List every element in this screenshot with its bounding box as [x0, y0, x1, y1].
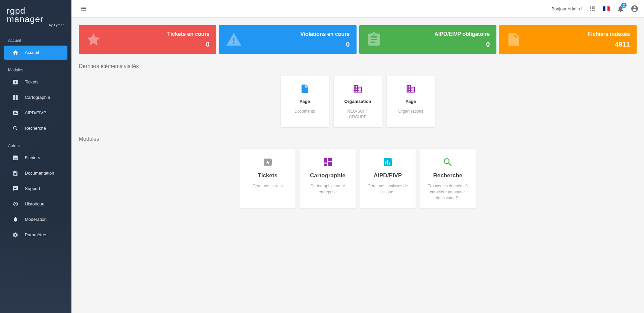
topbar-right: Bonjour Admin ! 2 [551, 5, 639, 13]
sidebar-item-label: Cartographie [25, 95, 50, 100]
file-icon [506, 32, 522, 48]
sidebar-item-label: AIPD/EIVP [25, 110, 46, 115]
content: Tickets en cours 0 Violations en cours 0… [71, 18, 644, 216]
sidebar-item-fichiers[interactable]: Fichiers [4, 151, 67, 165]
stat-value: 0 [387, 41, 490, 48]
sidebar-item-label: Documentation [25, 171, 54, 176]
stat-label: Violations en cours [247, 31, 350, 37]
module-title: AIPD/EIVP [366, 172, 410, 179]
module-sub: Gérer vos analyses de risque [366, 183, 410, 195]
sidebar-item-aipd[interactable]: AIPD/EIVP [4, 106, 67, 120]
module-sub: Gérer vos tickets [246, 183, 289, 189]
stat-label: Fichiers indexés [527, 31, 630, 37]
sidebar-item-historique[interactable]: Historique [4, 197, 67, 211]
card-sub: Documents [286, 109, 324, 114]
sidebar: rgpd manager by Lymeo Accueil Accueil Mo… [0, 0, 71, 313]
module-title: Recherche [426, 172, 470, 179]
module-card-aipd[interactable]: AIPD/EIVP Gérer vos analyses de risque [360, 149, 416, 208]
topbar: Bonjour Admin ! 2 [71, 0, 644, 18]
nav-section-accueil: Accueil Accueil [0, 34, 71, 63]
stat-value: 0 [107, 41, 210, 48]
clipboard-icon [366, 32, 382, 48]
recent-item-page-organisations[interactable]: Page Organisations [387, 76, 435, 127]
menu-toggle[interactable] [77, 2, 90, 15]
card-title: Organisation [339, 99, 377, 104]
logo-text: rgpd manager by Lymeo [7, 7, 65, 27]
building-icon [406, 83, 416, 94]
stat-card-violations[interactable]: Violations en cours 0 [219, 25, 357, 54]
language-button[interactable] [602, 5, 610, 13]
hamburger-icon [80, 5, 87, 12]
chart-icon [382, 156, 394, 168]
search-icon [442, 156, 454, 168]
stat-card-aipd[interactable]: AIPD/EIVP obligatoire 0 [359, 25, 497, 54]
module-sub: Trouver les données à caractère personne… [426, 183, 470, 201]
stat-label: Tickets en cours [107, 31, 210, 37]
sidebar-item-support[interactable]: Support [4, 182, 67, 196]
sidebar-item-parametres[interactable]: Paramètres [4, 228, 67, 242]
sidebar-item-label: Accueil [25, 50, 39, 55]
warning-icon [226, 32, 242, 48]
module-title: Cartographie [306, 172, 350, 179]
stat-value: 4911 [527, 41, 630, 48]
notifications-button[interactable]: 2 [616, 5, 625, 13]
logo-sub: by Lymeo [7, 24, 65, 27]
image-icon [12, 154, 19, 161]
recent-section-title: Derniers éléments visités [79, 63, 637, 69]
nav-header-accueil: Accueil [0, 36, 71, 46]
sidebar-item-documentation[interactable]: Documentation [4, 166, 67, 180]
nav-section-modules: Modules Tickets Cartographie AIPD/EIVP R… [0, 63, 71, 139]
card-sub: Organisations [392, 109, 430, 114]
stat-text: AIPD/EIVP obligatoire 0 [387, 31, 490, 48]
ticket-plus-icon [12, 79, 19, 85]
module-card-cartographie[interactable]: Cartographie Cartographier votre entrepr… [300, 149, 356, 208]
recent-row: Page Documents Organisation NEO-SOFT GRO… [79, 76, 637, 127]
module-card-recherche[interactable]: Recherche Trouver les données à caractèr… [420, 149, 476, 208]
app-root: rgpd manager by Lymeo Accueil Accueil Mo… [0, 0, 644, 313]
sidebar-item-label: Tickets [25, 79, 39, 84]
message-icon [12, 185, 19, 192]
logo: rgpd manager by Lymeo [0, 3, 71, 34]
card-title: Page [286, 99, 324, 104]
sidebar-item-moderation[interactable]: Modération [4, 212, 67, 227]
modules-row: Tickets Gérer vos tickets Cartographie C… [79, 149, 637, 208]
stat-card-fichiers[interactable]: Fichiers indexés 4911 [499, 25, 637, 54]
stat-value: 0 [247, 41, 350, 48]
chart-icon [12, 110, 19, 116]
modules-section-title: Modules [79, 136, 637, 142]
dashboard-icon [322, 156, 334, 168]
home-icon [12, 49, 19, 56]
logo-line2: manager [7, 15, 65, 23]
bell-icon [12, 216, 19, 223]
module-sub: Cartographier votre entreprise [306, 183, 350, 195]
main-area: Bonjour Admin ! 2 [71, 0, 644, 313]
stat-text: Tickets en cours 0 [107, 31, 210, 48]
sidebar-item-recherche[interactable]: Recherche [4, 121, 67, 135]
ticket-star-icon [86, 32, 102, 48]
apps-button[interactable] [588, 5, 596, 13]
dashboard-icon [12, 94, 19, 101]
apps-icon [589, 5, 596, 12]
greeting: Bonjour Admin ! [551, 6, 582, 11]
sidebar-item-accueil[interactable]: Accueil [4, 46, 67, 60]
sidebar-item-cartographie[interactable]: Cartographie [4, 90, 67, 105]
notification-badge: 2 [621, 3, 627, 8]
card-title: Page [392, 99, 430, 104]
account-button[interactable] [631, 5, 639, 13]
stat-row: Tickets en cours 0 Violations en cours 0… [79, 25, 637, 54]
nav-header-modules: Modules [0, 65, 71, 75]
sidebar-item-label: Modération [25, 217, 47, 222]
recent-item-organisation[interactable]: Organisation NEO-SOFT GROUPE [334, 76, 382, 127]
nav-header-autres: Autres [0, 141, 71, 151]
card-sub: NEO-SOFT GROUPE [339, 109, 377, 120]
france-flag-icon [603, 6, 610, 11]
module-card-tickets[interactable]: Tickets Gérer vos tickets [240, 149, 296, 208]
stat-text: Violations en cours 0 [247, 31, 350, 48]
file-filled-icon [300, 83, 310, 94]
stat-label: AIPD/EIVP obligatoire [387, 31, 490, 37]
recent-item-page-documents[interactable]: Page Documents [281, 76, 329, 127]
module-title: Tickets [246, 172, 289, 179]
stat-card-tickets[interactable]: Tickets en cours 0 [79, 25, 216, 54]
sidebar-item-tickets[interactable]: Tickets [4, 75, 67, 89]
sidebar-item-label: Support [25, 186, 40, 191]
